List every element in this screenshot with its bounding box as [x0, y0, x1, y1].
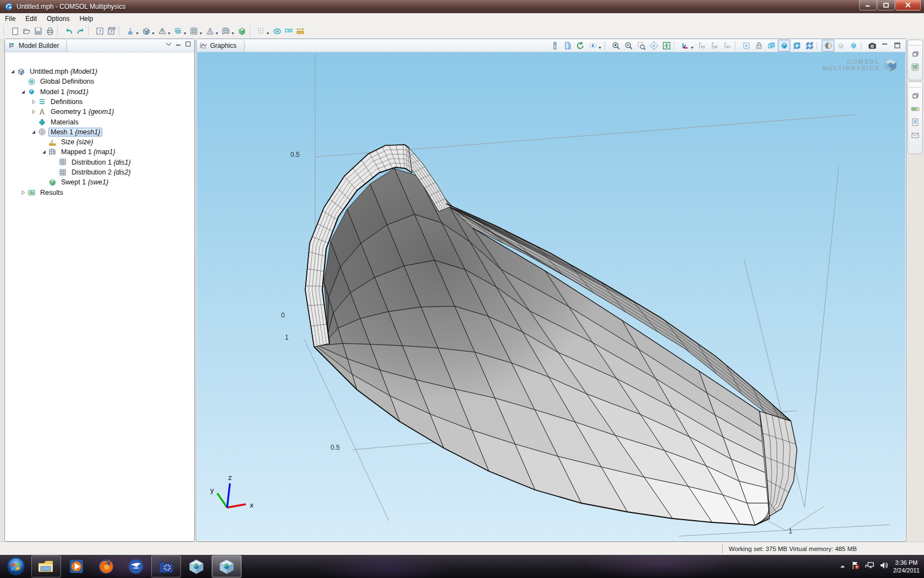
mapped-mesh-button[interactable]: [221, 26, 232, 37]
expander-open-icon[interactable]: [20, 89, 26, 95]
dropdown-arrow-icon[interactable]: ▼: [690, 46, 694, 50]
log-report-button[interactable]: [910, 117, 920, 127]
dropdown-arrow-icon[interactable]: ▼: [183, 31, 187, 35]
progress-bar-button[interactable]: [910, 104, 920, 114]
tree-item-results[interactable]: Results: [20, 188, 65, 198]
plot-settings-button[interactable]: [548, 40, 561, 52]
restore-panel-button[interactable]: [910, 49, 920, 59]
zoom-out-button[interactable]: [622, 40, 635, 52]
zoom-in-button[interactable]: [609, 40, 622, 52]
split-cells-button[interactable]: [283, 26, 295, 37]
undo-button[interactable]: [63, 26, 75, 37]
tree-item-distribution-2[interactable]: Distribution 2 {dis2}: [51, 167, 133, 177]
new-file-button[interactable]: [9, 26, 21, 37]
geometry-block-button[interactable]: [141, 26, 152, 37]
rotate-view-button[interactable]: [574, 40, 586, 52]
expander-closed-icon[interactable]: [30, 108, 37, 115]
tetrahedral-mesh-button[interactable]: [157, 26, 168, 37]
restore-panel-button[interactable]: [910, 91, 920, 101]
tree-item-untitled-mph[interactable]: Untitled.mph {Model1}: [9, 67, 100, 77]
select-box-button[interactable]: [740, 40, 752, 52]
transparency-button[interactable]: [561, 40, 574, 52]
action-center-flag-icon[interactable]: [851, 561, 860, 572]
quad-mesh-button[interactable]: [189, 26, 200, 37]
help-button[interactable]: ?: [94, 26, 106, 37]
menu-file[interactable]: File: [0, 14, 20, 24]
zoom-selected-button[interactable]: [647, 40, 660, 52]
tree-item-size[interactable]: Size {size}: [41, 137, 95, 147]
tree-item-model-1[interactable]: Model 1 {mod1}: [20, 87, 91, 97]
expander-closed-icon[interactable]: [20, 189, 26, 196]
dropdown-arrow-icon[interactable]: ▼: [167, 31, 171, 35]
snapshot-camera-button[interactable]: [866, 40, 878, 52]
ghost-cube-button[interactable]: [834, 40, 847, 52]
taskbar-thunderbird[interactable]: [122, 556, 150, 577]
expander-open-icon[interactable]: [41, 149, 47, 155]
redo-button[interactable]: [75, 26, 86, 37]
menu-help[interactable]: Help: [74, 14, 98, 24]
volume-icon[interactable]: [879, 561, 888, 571]
taskbar-comsol-folder-app[interactable]: [151, 555, 181, 577]
graphics-tab[interactable]: Graphics: [196, 39, 245, 52]
maximize-panel-button[interactable]: [891, 40, 904, 52]
close-window-button[interactable]: [895, 0, 921, 10]
context-help-button[interactable]: ?: [106, 26, 117, 37]
tree-item-distribution-1[interactable]: Distribution 1 {dis1}: [51, 157, 133, 167]
measure-ruler-button[interactable]: [295, 26, 306, 37]
dropdown-arrow-icon[interactable]: ▼: [199, 31, 203, 35]
taskbar-media-player[interactable]: [62, 556, 91, 577]
view-zx-button[interactable]: zx: [721, 40, 734, 52]
build-mesh-button[interactable]: [125, 26, 136, 37]
boundary-layer-mesh-button[interactable]: [173, 26, 184, 37]
tree-item-swept-1[interactable]: Swept 1 {swe1}: [41, 177, 111, 187]
outline-cube-button[interactable]: [790, 40, 803, 52]
tree-item-geometry-1[interactable]: Geometry 1 {geom1}: [30, 107, 116, 117]
taskbar-comsol-cube[interactable]: [182, 556, 211, 577]
menu-options[interactable]: Options: [42, 14, 74, 24]
scene-visibility-button[interactable]: [586, 40, 599, 52]
model-builder-header-icons[interactable]: [166, 41, 191, 47]
tree-item-mapped-1[interactable]: Mapped 1 {map1}: [41, 147, 118, 157]
zoom-extents-button[interactable]: [660, 40, 673, 52]
maximize-window-button[interactable]: [877, 0, 895, 10]
transparent-cube-button[interactable]: [847, 40, 860, 52]
dropdown-arrow-icon[interactable]: ▼: [231, 31, 235, 35]
network-icon[interactable]: [865, 561, 875, 571]
swept-mesh-button[interactable]: [237, 26, 248, 37]
minimize-window-button[interactable]: [859, 0, 877, 10]
expander-closed-icon[interactable]: [30, 99, 37, 105]
expander-open-icon[interactable]: [9, 68, 16, 75]
tree-item-mesh-1[interactable]: Mesh 1 {mesh1}: [30, 127, 102, 137]
scene-light-button[interactable]: [822, 40, 834, 52]
dropdown-arrow-icon[interactable]: ▼: [598, 46, 602, 50]
view-xy-button[interactable]: xy: [696, 40, 708, 52]
messages-mail-button[interactable]: [910, 130, 920, 140]
lock-view-button[interactable]: [752, 40, 765, 52]
hidden-icons-arrow-icon[interactable]: [839, 561, 846, 571]
taskbar-firefox[interactable]: [92, 556, 120, 577]
open-file-button[interactable]: [21, 26, 32, 37]
solid-cube-button[interactable]: [778, 40, 790, 52]
tree-item-materials[interactable]: Materials: [30, 117, 81, 127]
go-to-default-view-button[interactable]: [679, 40, 691, 52]
expander-open-icon[interactable]: [30, 129, 37, 135]
model-builder-tab[interactable]: Model Builder: [5, 39, 67, 52]
grid-points-button[interactable]: [256, 26, 267, 37]
triangular-mesh-button[interactable]: [205, 26, 216, 37]
taskbar-comsol-cube-active[interactable]: [212, 555, 241, 577]
minimize-panel-button[interactable]: [878, 40, 891, 52]
menu-edit[interactable]: Edit: [20, 14, 42, 24]
tree-item-global-definitions[interactable]: Global Definitions: [20, 77, 96, 86]
graphics-viewport[interactable]: xyz 0.5010.51 COMSOL MULTIPHYSICS: [197, 52, 905, 541]
taskbar-start-orb[interactable]: [2, 556, 30, 577]
taskbar-windows-explorer[interactable]: [31, 555, 61, 577]
dropdown-arrow-icon[interactable]: ▼: [151, 31, 155, 35]
settings-sliders-button[interactable]: [910, 62, 920, 72]
view-yz-button[interactable]: yz: [708, 40, 721, 52]
print-button[interactable]: [44, 26, 56, 37]
tree-item-definitions[interactable]: Definitions: [30, 97, 85, 107]
save-file-button[interactable]: [32, 26, 44, 37]
title-bar[interactable]: Untitled.mph - COMSOL Multiphysics: [0, 0, 924, 13]
dropdown-arrow-icon[interactable]: ▼: [215, 31, 219, 35]
zoom-box-button[interactable]: [635, 40, 647, 52]
